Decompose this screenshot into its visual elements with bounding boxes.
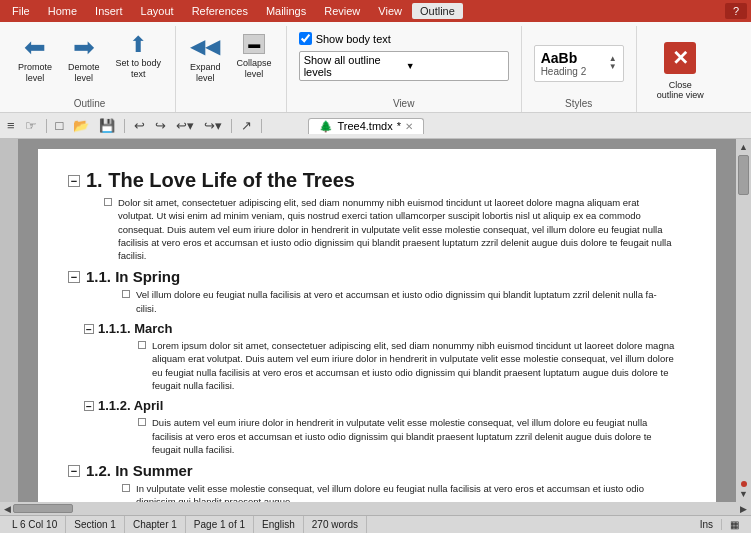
style-name-label: Heading 2 <box>541 66 605 77</box>
heading1-text: 1. The Love Life of the Trees <box>86 169 355 192</box>
menu-file[interactable]: File <box>4 3 38 19</box>
menu-outline[interactable]: Outline <box>412 3 463 19</box>
style-arrows-icon: ▲▼ <box>609 55 617 71</box>
section-info: Section 1 <box>66 516 125 533</box>
expand-level-button[interactable]: ◀◀ Expand level <box>184 30 227 88</box>
close-icon: ✕ <box>664 42 696 74</box>
body-bullet-1 <box>104 198 112 206</box>
demote-level-button[interactable]: ➡ Demote level <box>62 30 106 88</box>
qa-separator4 <box>261 119 262 133</box>
status-right: Ins ▦ <box>692 519 747 530</box>
heading2-summer: − 1.2. In Summer <box>68 462 676 479</box>
scroll-track[interactable] <box>736 155 751 478</box>
collapse-h1-button[interactable]: − <box>68 175 80 187</box>
cursor-position: L 6 Col 10 <box>4 516 66 533</box>
body-text-1: Dolor sit amet, consectetuer adipiscing … <box>86 196 676 262</box>
expand-label: Expand level <box>190 62 221 84</box>
show-body-text-row: Show body text <box>299 32 509 45</box>
scroll-left-button[interactable]: ◀ <box>2 503 13 515</box>
h-scroll-thumb[interactable] <box>13 504 73 513</box>
document-tab[interactable]: 🌲 Tree4.tmdx * ✕ <box>308 118 424 134</box>
body-text-5: In vulputate velit esse molestie consequ… <box>86 482 676 502</box>
scroll-up-button[interactable]: ▲ <box>738 141 749 153</box>
help-button[interactable]: ? <box>725 3 747 19</box>
menu-review[interactable]: Review <box>316 3 368 19</box>
style-selector[interactable]: AaBb Heading 2 ▲▼ <box>534 45 624 82</box>
scroll-right-button[interactable]: ▶ <box>738 503 749 515</box>
outline-group-label: Outline <box>12 96 167 112</box>
heading3-april-text: 1.1.2. April <box>98 398 163 413</box>
show-body-text-label: Show body text <box>316 33 391 45</box>
vertical-scrollbar[interactable]: ▲ ▼ <box>736 139 751 502</box>
body-text-2: Vel illum dolore eu feugiat nulla facili… <box>86 288 676 315</box>
promote-level-button[interactable]: ⬅ Promote level <box>12 30 58 88</box>
collapse-h3-march-button[interactable]: − <box>84 324 94 334</box>
heading2-spring-text: 1.1. In Spring <box>86 268 180 285</box>
scroll-down-button[interactable]: ▼ <box>738 488 749 500</box>
chapter-info: Chapter 1 <box>125 516 186 533</box>
promote-label: Promote level <box>18 62 52 84</box>
page-info: Page 1 of 1 <box>186 516 254 533</box>
collapse-label: Collapse level <box>237 58 272 80</box>
dropdown-arrow-icon: ▼ <box>406 61 504 71</box>
left-margin <box>0 139 18 502</box>
qa-open-icon[interactable]: 📂 <box>70 117 92 134</box>
menu-view[interactable]: View <box>370 3 410 19</box>
quick-access-toolbar: ≡ ☞ □ 📂 💾 ↩ ↪ ↩▾ ↪▾ ↗ 🌲 Tree4.tmdx * ✕ <box>0 113 751 139</box>
close-outline-view-button[interactable]: ✕ Close outline view <box>647 34 714 108</box>
menu-insert[interactable]: Insert <box>87 3 131 19</box>
qa-redo2-icon[interactable]: ↪▾ <box>201 117 225 134</box>
body-text-5-content: In vulputate velit esse molestie consequ… <box>136 482 676 502</box>
qa-separator2 <box>124 119 125 133</box>
qa-new-icon[interactable]: □ <box>53 117 67 134</box>
ribbon-group-expand: ◀◀ Expand level ▬ Collapse level x <box>176 26 287 112</box>
collapse-h3-april-button[interactable]: − <box>84 401 94 411</box>
body-bullet-2 <box>122 290 130 298</box>
status-bar: L 6 Col 10 Section 1 Chapter 1 Page 1 of… <box>0 515 751 533</box>
body-text-3-content: Lorem ipsum dolor sit amet, consectetuer… <box>152 339 676 392</box>
heading3-april: − 1.1.2. April <box>84 398 676 413</box>
horizontal-scrollbar[interactable]: ◀ ▶ <box>0 502 751 515</box>
qa-undo-icon[interactable]: ↩ <box>131 117 148 134</box>
demote-icon: ➡ <box>73 34 95 60</box>
menu-references[interactable]: References <box>184 3 256 19</box>
qa-save-icon[interactable]: 💾 <box>96 117 118 134</box>
tab-close-icon[interactable]: ✕ <box>405 121 413 132</box>
language-info: English <box>254 516 304 533</box>
qa-separator <box>46 119 47 133</box>
promote-icon: ⬅ <box>24 34 46 60</box>
ribbon-group-outline: ⬅ Promote level ➡ Demote level ⬆ Set to … <box>4 26 176 112</box>
menu-mailings[interactable]: Mailings <box>258 3 314 19</box>
body-text-1-content: Dolor sit amet, consectetuer adipiscing … <box>118 196 676 262</box>
menu-home[interactable]: Home <box>40 3 85 19</box>
qa-redo-icon[interactable]: ↪ <box>152 117 169 134</box>
scroll-thumb[interactable] <box>738 155 749 195</box>
qa-menu-icon[interactable]: ≡ <box>4 117 18 134</box>
ribbon: ⬅ Promote level ➡ Demote level ⬆ Set to … <box>0 22 751 113</box>
ribbon-group-view: Show body text Show all outline levels ▼… <box>287 26 522 112</box>
style-preview: AaBb <box>541 50 605 66</box>
tab-icon: 🌲 <box>319 120 333 133</box>
body-text-label: Set to body text <box>116 58 162 80</box>
outline-level-value: Show all outline levels <box>304 54 402 78</box>
collapse-h2-summer-button[interactable]: − <box>68 465 80 477</box>
qa-cursor2-icon[interactable]: ↗ <box>238 117 255 134</box>
menu-layout[interactable]: Layout <box>133 3 182 19</box>
collapse-level-button[interactable]: ▬ Collapse level <box>231 30 278 84</box>
tab-modified: * <box>397 120 401 132</box>
heading1: − 1. The Love Life of the Trees <box>68 169 676 192</box>
scroll-dot <box>741 481 747 487</box>
set-body-text-button[interactable]: ⬆ Set to body text <box>110 30 168 84</box>
layout-view-icon[interactable]: ▦ <box>722 519 747 530</box>
outline-level-dropdown[interactable]: Show all outline levels ▼ <box>299 51 509 81</box>
show-body-text-checkbox[interactable] <box>299 32 312 45</box>
word-count: 270 words <box>304 516 367 533</box>
qa-cursor-icon[interactable]: ☞ <box>22 117 40 134</box>
ribbon-group-styles: AaBb Heading 2 ▲▼ Styles <box>522 26 637 112</box>
qa-separator3 <box>231 119 232 133</box>
h-scroll-track[interactable] <box>13 502 738 515</box>
view-group-label: View <box>295 96 513 112</box>
qa-undo2-icon[interactable]: ↩▾ <box>173 117 197 134</box>
close-group: ✕ Close outline view <box>637 26 724 112</box>
collapse-h2-spring-button[interactable]: − <box>68 271 80 283</box>
